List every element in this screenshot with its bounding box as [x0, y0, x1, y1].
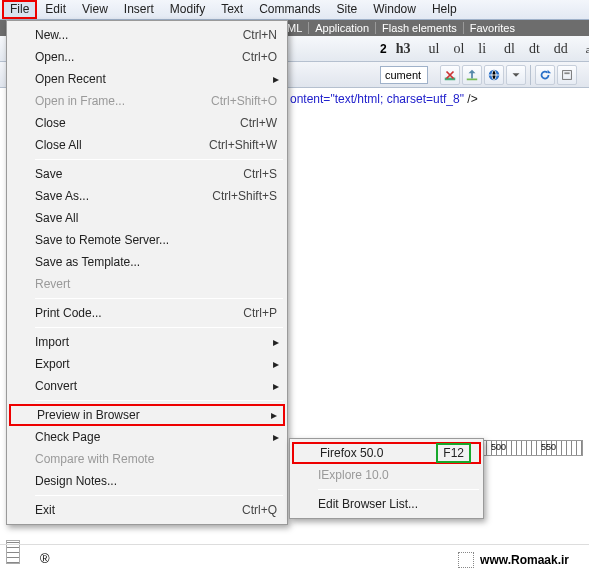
- menu-item-label: Save to Remote Server...: [35, 233, 169, 247]
- menu-item-shortcut: Ctrl+W: [240, 116, 277, 130]
- menu-item[interactable]: Save to Remote Server...: [9, 229, 285, 251]
- menu-help[interactable]: Help: [424, 0, 465, 19]
- menubar: File Edit View Insert Modify Text Comman…: [0, 0, 589, 20]
- menu-item-label: Open...: [35, 50, 74, 64]
- menu-item[interactable]: Save As...Ctrl+Shift+S: [9, 185, 285, 207]
- submenu-edit-browser-list[interactable]: Edit Browser List...: [292, 493, 481, 515]
- menu-item[interactable]: SaveCtrl+S: [9, 163, 285, 185]
- menu-item-label: Close: [35, 116, 66, 130]
- menu-item-label: Open in Frame...: [35, 94, 125, 108]
- menu-item-shortcut: Ctrl+Shift+O: [211, 94, 277, 108]
- menu-item-label: Compare with Remote: [35, 452, 154, 466]
- submenu-item-iexplore[interactable]: IExplore 10.0: [292, 464, 481, 486]
- menu-item[interactable]: ExitCtrl+Q: [9, 499, 285, 521]
- menu-item-shortcut: Ctrl+Shift+W: [209, 138, 277, 152]
- no-browser-check-icon[interactable]: [440, 65, 460, 85]
- menu-item-label: Close All: [35, 138, 82, 152]
- menu-item-label: New...: [35, 28, 68, 42]
- menu-item[interactable]: CloseCtrl+W: [9, 112, 285, 134]
- submenu-item-firefox[interactable]: Firefox 50.0 F12: [292, 442, 481, 464]
- tag-abbr[interactable]: abbr: [581, 41, 589, 57]
- preview-icon[interactable]: [484, 65, 504, 85]
- file-mgmt-icon[interactable]: [462, 65, 482, 85]
- insertbar-tab[interactable]: Favorites: [463, 22, 521, 34]
- menu-item[interactable]: Check Page▸: [9, 426, 285, 448]
- site-logo-icon: [458, 552, 474, 568]
- menu-item[interactable]: Open Recent▸: [9, 68, 285, 90]
- menu-window[interactable]: Window: [365, 0, 424, 19]
- separator: [318, 489, 479, 490]
- menu-item-label: Exit: [35, 503, 55, 517]
- refresh-icon[interactable]: [535, 65, 555, 85]
- separator: [35, 298, 283, 299]
- insertbar-tab[interactable]: Flash elements: [375, 22, 463, 34]
- menu-item[interactable]: Open...Ctrl+O: [9, 46, 285, 68]
- submenu-arrow-icon: ▸: [273, 430, 279, 444]
- menu-item[interactable]: Save as Template...: [9, 251, 285, 273]
- footer: www.Romaak.ir: [0, 544, 589, 574]
- separator: [35, 159, 283, 160]
- menu-file[interactable]: File: [2, 0, 37, 19]
- tag-h2[interactable]: 2: [380, 42, 387, 56]
- ruler-tick: 500: [491, 442, 506, 452]
- menu-item[interactable]: New...Ctrl+N: [9, 24, 285, 46]
- menu-item-label: Convert: [35, 379, 77, 393]
- submenu-arrow-icon: ▸: [273, 335, 279, 349]
- menu-item[interactable]: Print Code...Ctrl+P: [9, 302, 285, 324]
- menu-item-shortcut: Ctrl+O: [242, 50, 277, 64]
- menu-item[interactable]: Close AllCtrl+Shift+W: [9, 134, 285, 156]
- tag-h3[interactable]: h3: [391, 39, 416, 59]
- menu-modify[interactable]: Modify: [162, 0, 213, 19]
- view-options-icon[interactable]: [557, 65, 577, 85]
- menu-site[interactable]: Site: [329, 0, 366, 19]
- menu-text[interactable]: Text: [213, 0, 251, 19]
- ruler-tick: 550: [541, 442, 556, 452]
- insertbar-tab[interactable]: Application: [308, 22, 375, 34]
- menu-item-label: Save All: [35, 211, 78, 225]
- code-view[interactable]: ontent="text/html; charset=utf_8" />: [290, 92, 589, 107]
- menu-item[interactable]: Export▸: [9, 353, 285, 375]
- title-input[interactable]: [380, 66, 428, 84]
- menu-item-shortcut: Ctrl+N: [243, 28, 277, 42]
- menu-item-shortcut: Ctrl+Shift+S: [212, 189, 277, 203]
- tag-ul[interactable]: ul: [423, 39, 444, 59]
- menu-insert[interactable]: Insert: [116, 0, 162, 19]
- file-menu-dropdown: New...Ctrl+NOpen...Ctrl+OOpen Recent▸Ope…: [6, 20, 288, 525]
- menu-item-label: Preview in Browser: [37, 408, 140, 422]
- menu-item[interactable]: Import▸: [9, 331, 285, 353]
- menu-item: Open in Frame...Ctrl+Shift+O: [9, 90, 285, 112]
- tag-li[interactable]: li: [473, 39, 491, 59]
- preview-in-browser-submenu: Firefox 50.0 F12 IExplore 10.0 Edit Brow…: [289, 438, 484, 519]
- dropdown-icon[interactable]: [506, 65, 526, 85]
- menu-commands[interactable]: Commands: [251, 0, 328, 19]
- tag-dl[interactable]: dl: [499, 39, 520, 59]
- menu-item-label: Export: [35, 357, 70, 371]
- menu-item-label: Revert: [35, 277, 70, 291]
- menu-item-label: Import: [35, 335, 69, 349]
- menu-view[interactable]: View: [74, 0, 116, 19]
- menu-item[interactable]: Design Notes...: [9, 470, 285, 492]
- tag-dd[interactable]: dd: [549, 39, 573, 59]
- submenu-arrow-icon: ▸: [273, 72, 279, 86]
- submenu-arrow-icon: ▸: [273, 357, 279, 371]
- menu-item[interactable]: Save All: [9, 207, 285, 229]
- submenu-label: IExplore 10.0: [318, 468, 389, 482]
- separator: [35, 327, 283, 328]
- menu-edit[interactable]: Edit: [37, 0, 74, 19]
- menu-item: Revert: [9, 273, 285, 295]
- menu-item[interactable]: Preview in Browser▸: [9, 404, 285, 426]
- submenu-shortcut: F12: [436, 443, 471, 463]
- svg-rect-2: [564, 72, 569, 74]
- submenu-arrow-icon: ▸: [271, 408, 277, 422]
- tag-ol[interactable]: ol: [448, 39, 469, 59]
- menu-item[interactable]: Convert▸: [9, 375, 285, 397]
- submenu-label: Edit Browser List...: [318, 497, 418, 511]
- tag-dt[interactable]: dt: [524, 39, 545, 59]
- separator: [35, 495, 283, 496]
- menu-item-label: Open Recent: [35, 72, 106, 86]
- menu-item-label: Design Notes...: [35, 474, 117, 488]
- footer-text: www.Romaak.ir: [480, 553, 569, 567]
- separator: [35, 400, 283, 401]
- svg-rect-1: [563, 70, 572, 79]
- menu-item-label: Save: [35, 167, 62, 181]
